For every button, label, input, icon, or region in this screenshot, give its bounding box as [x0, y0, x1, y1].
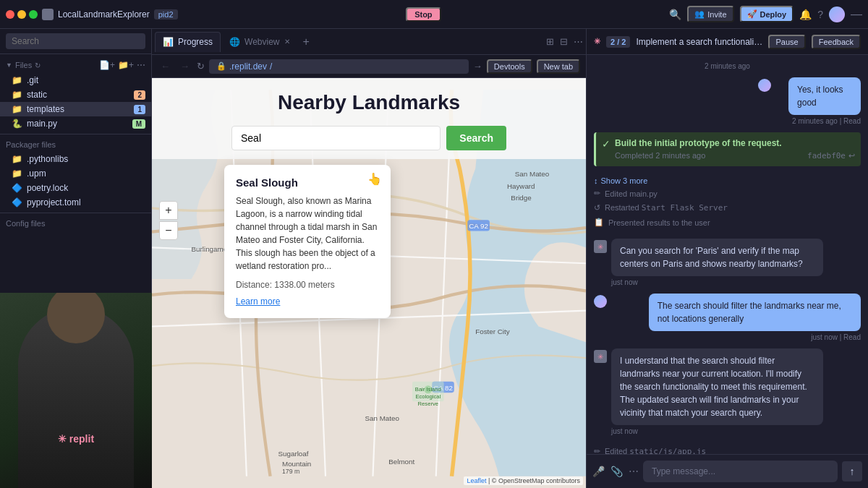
- add-file-icon[interactable]: 📄+: [99, 60, 115, 70]
- svg-text:Belmont: Belmont: [388, 458, 414, 466]
- svg-text:Burlingame: Burlingame: [192, 245, 228, 253]
- tab-label: Progress: [178, 37, 213, 47]
- undo-icon[interactable]: ↩: [848, 151, 855, 160]
- attach-icon[interactable]: 📎: [610, 466, 623, 477]
- layout-icon[interactable]: ⊟: [560, 36, 568, 47]
- success-block: ✓ Build the initial prototype of the req…: [594, 132, 861, 166]
- svg-text:Mountain: Mountain: [282, 460, 311, 468]
- back-button[interactable]: ←: [158, 59, 173, 73]
- feedback-button[interactable]: Feedback: [812, 35, 861, 49]
- close-btn[interactable]: [6, 10, 14, 19]
- landmark-search-input[interactable]: [231, 126, 441, 150]
- close-icon[interactable]: ✕: [284, 38, 290, 46]
- action-item: ↺ Restarted Start Flask Server: [594, 202, 861, 214]
- file-item-pyproject[interactable]: 🔷 pyproject.toml: [0, 195, 151, 210]
- replit-brand: ✳: [594, 37, 600, 46]
- lock-icon: 🔒: [216, 61, 226, 71]
- tab-progress[interactable]: 📊 Progress: [155, 32, 221, 52]
- replit-mini-icon: ✳: [597, 243, 603, 251]
- svg-text:CA 92: CA 92: [469, 222, 488, 230]
- actions-block: ↕ Show 3 more ✏ Edited main.py ↺ Restart…: [594, 174, 861, 231]
- success-title: Build the initial prototype of the reque…: [615, 138, 855, 148]
- help-icon[interactable]: ?: [817, 9, 823, 20]
- chat-area: 2 minutes ago Yes, it looks good 2 minut…: [587, 55, 868, 454]
- refresh-icon: ↻: [35, 61, 41, 69]
- popup-title: Seal Slough: [236, 176, 379, 189]
- split-icon[interactable]: ⊞: [546, 36, 554, 47]
- window-minimize-icon[interactable]: —: [851, 8, 862, 21]
- restart-icon: ↺: [594, 203, 600, 213]
- svg-text:Hayward: Hayward: [507, 182, 535, 190]
- page-title: Nearby Landmarks: [278, 91, 460, 114]
- file-item-poetry[interactable]: 🔷 poetry.lock: [0, 181, 151, 195]
- invite-button[interactable]: 👥 Invite: [687, 6, 733, 22]
- check-icon: ✓: [602, 138, 610, 150]
- file-item-static[interactable]: 📁 static 2: [0, 87, 151, 102]
- svg-text:Reserve: Reserve: [418, 401, 438, 407]
- stop-button[interactable]: Stop: [406, 7, 441, 22]
- more-icon[interactable]: ⋯: [137, 60, 145, 70]
- toml-icon: 🔷: [12, 197, 22, 207]
- avatar[interactable]: [829, 7, 845, 22]
- file-item-mainpy[interactable]: 🐍 main.py M: [0, 116, 151, 131]
- url-text: .replit.dev: [229, 61, 267, 72]
- file-item-upm[interactable]: 📁 .upm: [0, 166, 151, 181]
- user-avatar: [594, 295, 607, 308]
- tabs-bar: 📊 Progress 🌐 Webview ✕ + ⊞ ⊟ ⋯: [152, 29, 586, 55]
- chat-input[interactable]: [643, 461, 838, 482]
- devtools-button[interactable]: Devtools: [487, 59, 532, 74]
- zoom-out-button[interactable]: −: [159, 221, 178, 240]
- popup-close-button[interactable]: 👆: [367, 172, 382, 186]
- chat-row: ✳ Can you search for 'Paris' and verify …: [594, 239, 861, 286]
- file-name: .git: [27, 75, 38, 85]
- search-button[interactable]: Search: [446, 126, 506, 150]
- file-item-pythonlibs[interactable]: 📁 .pythonlibs: [0, 152, 151, 166]
- forward-icon[interactable]: →: [473, 61, 482, 72]
- chat-row: The search should filter the landmarks n…: [594, 294, 861, 341]
- url-bar[interactable]: 🔒 .replit.dev /: [209, 59, 469, 74]
- more-icon[interactable]: ⋯: [629, 466, 639, 477]
- send-button[interactable]: ↑: [842, 461, 862, 481]
- webview-icon: 🌐: [229, 37, 240, 47]
- mic-icon[interactable]: 🎤: [592, 466, 605, 477]
- show-more-button[interactable]: ↕ Show 3 more: [594, 176, 861, 185]
- folder-icon: 📁: [12, 75, 22, 85]
- ai-message: I understand that the search should filt…: [611, 348, 823, 425]
- search-input[interactable]: [6, 33, 145, 49]
- tab-webview[interactable]: 🌐 Webview ✕: [222, 32, 297, 52]
- refresh-button[interactable]: ↻: [197, 61, 205, 72]
- add-tab-icon[interactable]: +: [299, 35, 314, 48]
- file-item-templates[interactable]: 📁 templates 1: [0, 102, 151, 116]
- chevron-down-icon: ▼: [6, 61, 12, 69]
- python-icon: 🐍: [12, 119, 22, 129]
- forward-button[interactable]: →: [177, 59, 192, 73]
- notification-icon[interactable]: 🔔: [799, 9, 812, 20]
- actions-block-2: ✏ Edited static/js/app.js ✏ Edited main.…: [594, 442, 861, 454]
- search-row: Search: [231, 126, 506, 150]
- leaflet-link[interactable]: Leaflet: [467, 477, 486, 484]
- zoom-in-button[interactable]: +: [159, 201, 178, 220]
- app-overlay: Nearby Landmarks Search: [152, 78, 586, 159]
- file-name: templates: [27, 104, 64, 114]
- replit-mini-icon: ✳: [597, 353, 603, 361]
- map-popup: 👆 Seal Slough Seal Slough, also known as…: [224, 165, 391, 318]
- packager-section: Packager files 📁 .pythonlibs 📁 .upm 🔷 po…: [0, 134, 151, 213]
- svg-text:Bair Island: Bair Island: [415, 386, 441, 393]
- add-folder-icon[interactable]: 📁+: [118, 60, 134, 70]
- file-item-git[interactable]: 📁 .git: [0, 73, 151, 87]
- new-tab-button[interactable]: New tab: [537, 59, 580, 74]
- deploy-button[interactable]: 🚀 Deploy: [740, 6, 794, 22]
- search-icon[interactable]: 🔍: [669, 9, 681, 20]
- chat-input-area: 🎤 📎 ⋯ ↑: [587, 454, 868, 488]
- popup-learn-more[interactable]: Learn more: [236, 296, 280, 307]
- minimize-btn[interactable]: [17, 10, 26, 19]
- right-panel: ✳ 2 / 2 Implement a search functionality…: [586, 29, 868, 488]
- more-icon[interactable]: ⋯: [574, 36, 583, 47]
- pause-button[interactable]: Pause: [768, 35, 805, 49]
- replit-icon: ✳: [594, 37, 600, 46]
- edit-icon: ✏: [594, 447, 600, 454]
- file-name: .upm: [27, 168, 46, 179]
- deploy-icon: 🚀: [747, 9, 757, 19]
- maximize-btn[interactable]: [29, 10, 38, 19]
- webview: San Mateo Hayward Bridge Foster City San…: [152, 78, 586, 488]
